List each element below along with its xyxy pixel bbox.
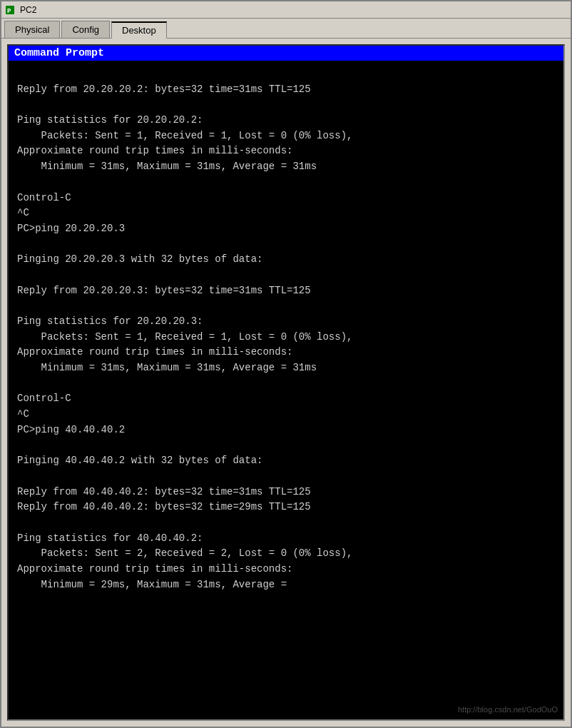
tab-config[interactable]: Config [61,21,110,38]
desktop-panel: Command Prompt Reply from 20.20.20.2: by… [4,41,568,724]
svg-text:P: P [7,8,11,15]
command-prompt-title: Command Prompt [9,46,563,61]
tab-desktop[interactable]: Desktop [111,21,167,39]
watermark-text: http://blog.csdn.net/GodOuO [458,705,558,714]
title-bar: P PC2 [1,1,571,19]
app-icon: P [4,4,16,16]
window-title: PC2 [20,5,36,15]
content-area: Command Prompt Reply from 20.20.20.2: by… [1,39,571,727]
command-prompt-window[interactable]: Command Prompt Reply from 20.20.20.2: by… [7,44,565,721]
main-window: P PC2 Physical Config Desktop Command Pr… [0,0,572,728]
tab-bar: Physical Config Desktop [1,19,571,39]
tab-physical[interactable]: Physical [4,21,60,38]
command-prompt-body[interactable]: Reply from 20.20.20.2: bytes=32 time=31m… [9,61,563,719]
